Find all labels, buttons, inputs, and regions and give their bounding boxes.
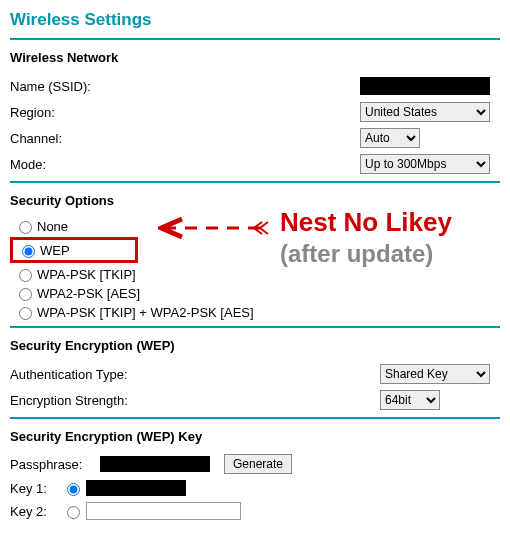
row-key2: Key 2:	[10, 502, 500, 520]
row-key1: Key 1:	[10, 480, 500, 496]
security-option-wpa-mixed[interactable]: WPA-PSK [TKIP] + WPA2-PSK [AES]	[10, 304, 500, 320]
row-channel: Channel: Auto	[10, 127, 500, 149]
region-label: Region:	[10, 105, 190, 120]
ssid-label: Name (SSID):	[10, 79, 190, 94]
row-enc-strength: Encryption Strength: 64bit	[10, 389, 500, 411]
radio-key1[interactable]	[67, 483, 80, 496]
annotation-line-2: (after update)	[280, 240, 452, 268]
mode-select[interactable]: Up to 300Mbps	[360, 154, 490, 174]
key2-label: Key 2:	[10, 504, 62, 519]
row-ssid: Name (SSID):	[10, 75, 500, 97]
security-option-wpa2-aes[interactable]: WPA2-PSK [AES]	[10, 285, 500, 301]
radio-wep[interactable]	[22, 245, 35, 258]
key1-value-redacted[interactable]	[86, 480, 186, 496]
radio-none-label: None	[37, 219, 68, 234]
divider	[10, 181, 500, 183]
channel-select[interactable]: Auto	[360, 128, 420, 148]
generate-button[interactable]: Generate	[224, 454, 292, 474]
auth-type-select[interactable]: Shared Key	[380, 364, 490, 384]
radio-wep-label: WEP	[40, 243, 70, 258]
auth-type-label: Authentication Type:	[10, 367, 190, 382]
section-wep-encryption: Security Encryption (WEP)	[10, 338, 500, 353]
divider	[10, 326, 500, 328]
radio-wpa-mixed[interactable]	[19, 307, 32, 320]
page-title: Wireless Settings	[10, 10, 500, 30]
passphrase-label: Passphrase:	[10, 457, 100, 472]
section-wep-key: Security Encryption (WEP) Key	[10, 429, 500, 444]
channel-label: Channel:	[10, 131, 190, 146]
security-option-none[interactable]: None	[10, 218, 500, 234]
region-select[interactable]: United States	[360, 102, 490, 122]
radio-wpa-mixed-label: WPA-PSK [TKIP] + WPA2-PSK [AES]	[37, 305, 254, 320]
mode-label: Mode:	[10, 157, 190, 172]
divider	[10, 417, 500, 419]
section-wireless-network: Wireless Network	[10, 50, 500, 65]
radio-wpa2-aes[interactable]	[19, 288, 32, 301]
security-option-wpa-tkip[interactable]: WPA-PSK [TKIP]	[10, 266, 500, 282]
radio-wpa-tkip[interactable]	[19, 269, 32, 282]
divider	[10, 38, 500, 40]
row-region: Region: United States	[10, 101, 500, 123]
section-security-options: Security Options	[10, 193, 500, 208]
radio-wpa-tkip-label: WPA-PSK [TKIP]	[37, 267, 136, 282]
annotation-text: Nest No Likey (after update)	[280, 207, 452, 268]
key2-input[interactable]	[86, 502, 241, 520]
ssid-value-redacted	[360, 77, 490, 95]
security-option-wep-highlight[interactable]: WEP	[10, 237, 138, 263]
key1-label: Key 1:	[10, 481, 62, 496]
passphrase-value-redacted[interactable]	[100, 456, 210, 472]
radio-wpa2-aes-label: WPA2-PSK [AES]	[37, 286, 140, 301]
enc-strength-label: Encryption Strength:	[10, 393, 190, 408]
row-mode: Mode: Up to 300Mbps	[10, 153, 500, 175]
row-auth-type: Authentication Type: Shared Key	[10, 363, 500, 385]
radio-key2[interactable]	[67, 506, 80, 519]
radio-none[interactable]	[19, 221, 32, 234]
enc-strength-select[interactable]: 64bit	[380, 390, 440, 410]
row-passphrase: Passphrase: Generate	[10, 454, 500, 474]
